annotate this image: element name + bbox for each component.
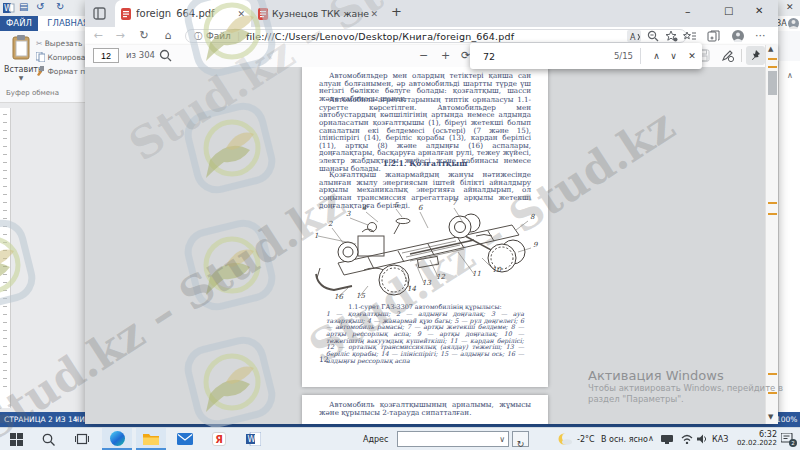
read-aloud-icon[interactable]: A [627, 30, 641, 42]
zoom-in-button[interactable]: + [437, 48, 454, 64]
word-close-icon[interactable]: ✕ [786, 2, 794, 12]
draw-icon[interactable] [721, 49, 734, 62]
scroll-down-icon[interactable]: ▼ [768, 413, 773, 421]
paste-button[interactable]: Вставить ▼ [4, 35, 38, 91]
svg-text:A: A [630, 33, 636, 42]
taskbar-edge-button[interactable] [102, 428, 132, 450]
find-next-icon[interactable]: ∨ [665, 51, 682, 61]
taskbar-explorer-button[interactable] [136, 428, 166, 450]
hidden-icons-chevron[interactable]: ∧ [648, 434, 654, 443]
window-maximize-button[interactable]: □ [724, 5, 733, 16]
word-page-status[interactable]: СТРАНИЦА 2 ИЗ 14 [4, 415, 78, 424]
pdf-content-area[interactable]: Автомобильдер мен олардың тетіктері қанш… [85, 67, 778, 424]
pdf-scrollbar[interactable]: ▲ ▼ [765, 45, 778, 424]
taskbar-word-button[interactable]: W [238, 428, 268, 450]
mail-icon [177, 433, 193, 445]
word-avatar[interactable] [788, 18, 799, 29]
zoom-out-button[interactable]: − [415, 48, 432, 64]
scroll-up-icon[interactable]: ▲ [768, 45, 773, 53]
collections-icon[interactable] [707, 30, 720, 42]
window-close-button[interactable]: ✕ [755, 5, 763, 16]
find-match-count: 5/15 [614, 51, 633, 61]
forward-icon[interactable]: → [111, 27, 129, 45]
word-save-icon[interactable]: ▤ [19, 1, 28, 12]
paragraph: Автомобиль қозғалтқышының арналымы, жұмы… [319, 401, 531, 416]
dropdown-chevron-icon[interactable]: ∨ [499, 435, 505, 444]
weather-icon[interactable] [557, 432, 573, 446]
weather-temp[interactable]: -2°C [577, 435, 595, 444]
pdf-search-icon[interactable] [159, 49, 172, 62]
url-scheme-label: Файл [206, 31, 231, 41]
favorites-bar-icon[interactable] [683, 30, 696, 42]
device-icon[interactable] [661, 435, 673, 444]
refresh-icon[interactable]: ↻ [135, 27, 153, 45]
zoom-out-icon[interactable] [647, 30, 659, 42]
word-zoom-level[interactable]: 100% [776, 415, 797, 424]
word-tab-file[interactable]: ФАЙЛ [0, 16, 38, 31]
edge-icon [110, 431, 125, 446]
find-in-page-bar[interactable]: 72 5/15 ∧ ∨ ✕ [470, 43, 702, 69]
volume-icon[interactable] [697, 434, 708, 444]
address-go-button[interactable]: ↻ [512, 431, 529, 447]
chassis-figure: 12345678910111213141516 [306, 200, 544, 302]
task-view-button[interactable] [68, 428, 96, 450]
figure-callout: 5 [394, 201, 399, 209]
pdf-page-1: Автомобильдер мен олардың тетіктері қанш… [302, 67, 548, 387]
paste-label: Вставить [4, 65, 38, 74]
figure-callout: 12 [436, 273, 445, 281]
start-button[interactable] [2, 428, 30, 450]
tab-title: Кузнецов ТКК жане АЖ 1-6.pdf [272, 8, 370, 19]
search-hit-marker [768, 392, 777, 394]
language-indicator[interactable]: КАЗ [712, 435, 728, 444]
profile-avatar-icon[interactable] [732, 30, 744, 42]
find-prev-icon[interactable]: ∧ [648, 51, 665, 61]
taskbar-yandex-button[interactable]: Я [204, 428, 234, 450]
weather-desc[interactable]: В осн. ясно [601, 435, 648, 444]
network-icon[interactable] [681, 434, 693, 444]
home-icon[interactable]: ⌂ [159, 27, 177, 45]
find-query[interactable]: 72 [483, 51, 614, 62]
pdf-page-input[interactable] [93, 48, 119, 63]
find-close-icon[interactable]: ✕ [682, 51, 702, 61]
page-info-icon[interactable]: ⓘ [194, 31, 202, 42]
word-vertical-ruler [0, 108, 11, 408]
word-scroll-up-icon[interactable]: ∧ [787, 71, 793, 80]
taskbar-mail-button[interactable] [170, 428, 200, 450]
svg-text:W: W [4, 4, 12, 13]
tab-close-icon[interactable]: ✕ [370, 9, 378, 19]
svg-text:W: W [247, 435, 255, 444]
tab-kuznetsov-pdf[interactable]: Кузнецов ТКК жане АЖ 1-6.pdf ✕ [253, 0, 383, 27]
word-icon: W [246, 432, 261, 446]
clock[interactable]: 6:32 02.02.2022 [733, 430, 777, 447]
scrollbar-thumb[interactable] [768, 71, 777, 95]
word-wordcount-fragment[interactable]: ЧИ [74, 415, 85, 424]
tab-foreign-pdf[interactable]: foreign_664.pdf ✕ [115, 0, 251, 27]
search-hit-marker [768, 213, 777, 215]
window-minimize-button[interactable]: – [685, 5, 691, 18]
clipboard-group-label: Буфер обмена [6, 89, 59, 97]
word-ribbon-right [778, 31, 800, 61]
desktop: W ▤ ↺ ↻ ✕ ФАЙЛ ГЛАВНАЯ ЗА Вставить ▼ ✂ В… [0, 0, 800, 450]
back-icon[interactable]: ← [89, 27, 107, 45]
pin-toolbar-button[interactable] [746, 46, 765, 65]
find-divider [640, 48, 641, 64]
paste-dropdown-icon[interactable]: ▼ [4, 74, 38, 81]
tab-close-icon[interactable]: ✕ [237, 9, 245, 19]
cut-command[interactable]: ✂ Вырезать [36, 37, 83, 50]
file-explorer-icon [143, 432, 159, 445]
format-painter-command[interactable]: Формат по [36, 65, 90, 78]
word-redo-icon[interactable]: ↻ [56, 1, 64, 12]
word-page-right-strip: ∧ [778, 61, 800, 412]
address-bar[interactable]: ⓘ Файл | file:///C:/Users/Lenovo/Desktop… [185, 29, 687, 43]
word-undo-icon[interactable]: ↺ [36, 1, 44, 12]
figure-callout: 1 [314, 232, 318, 240]
settings-more-icon[interactable]: ··· [755, 27, 766, 45]
figure-callout: 3 [346, 210, 351, 218]
taskbar-search-button[interactable] [34, 428, 62, 450]
favorites-star-icon[interactable] [665, 30, 678, 42]
copy-icon [36, 52, 45, 62]
tab-actions-icon[interactable] [93, 7, 106, 20]
address-toolbar-input[interactable]: ∨ [397, 431, 509, 447]
new-tab-button[interactable]: + [391, 4, 402, 19]
pdf-file-icon [258, 8, 268, 20]
